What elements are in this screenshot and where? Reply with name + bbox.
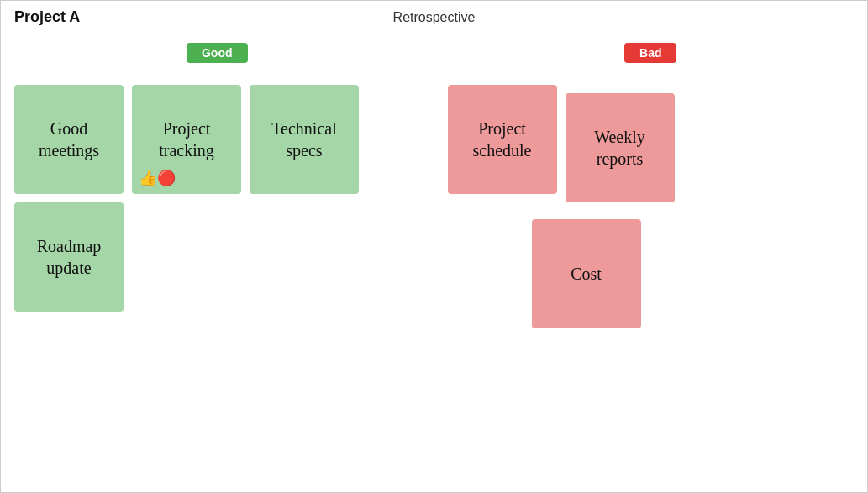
note-technical-specs-text: Technical specs xyxy=(258,118,350,161)
board: Project A Retrospective Good Bad Good me… xyxy=(0,0,868,493)
note-project-tracking-text: Project tracking xyxy=(140,118,233,161)
note-project-schedule-text: Project schedule xyxy=(456,118,549,161)
bad-column: Project schedule Weekly reports Cost xyxy=(434,71,868,492)
note-roadmap-update-text: Roadmap update xyxy=(23,235,115,279)
columns-body: Good meetings Project tracking 👍🔴 Techni… xyxy=(1,71,867,492)
note-weekly-reports-text: Weekly reports xyxy=(574,126,666,170)
bad-column-header: Bad xyxy=(434,34,868,71)
note-good-meetings[interactable]: Good meetings xyxy=(14,85,124,194)
note-good-meetings-text: Good meetings xyxy=(23,118,115,161)
good-column-header: Good xyxy=(1,34,434,71)
note-cost-text: Cost xyxy=(571,263,602,285)
bad-badge: Bad xyxy=(624,43,676,63)
note-weekly-reports[interactable]: Weekly reports xyxy=(566,93,675,202)
project-title: Project A xyxy=(14,8,80,26)
note-cost[interactable]: Cost xyxy=(532,219,641,328)
header-row: Project A Retrospective xyxy=(1,1,867,34)
note-technical-specs[interactable]: Technical specs xyxy=(250,85,359,194)
good-column: Good meetings Project tracking 👍🔴 Techni… xyxy=(1,71,434,492)
note-project-tracking[interactable]: Project tracking 👍🔴 xyxy=(132,85,241,194)
retro-title: Retrospective xyxy=(393,10,476,25)
note-roadmap-update[interactable]: Roadmap update xyxy=(14,202,124,312)
columns-header: Good Bad xyxy=(1,34,867,71)
good-badge: Good xyxy=(187,43,248,63)
note-project-schedule[interactable]: Project schedule xyxy=(448,85,557,194)
thumbs-up-emoji: 👍🔴 xyxy=(139,169,176,187)
